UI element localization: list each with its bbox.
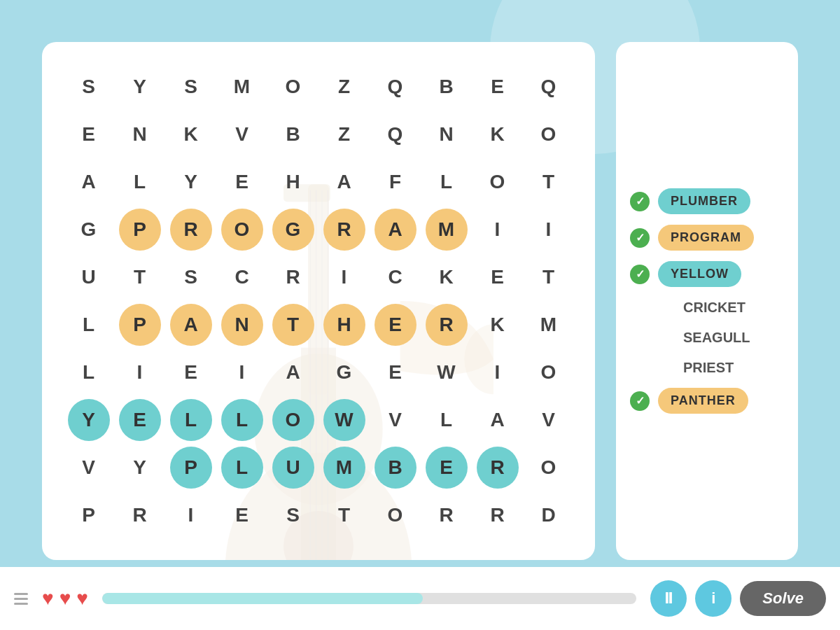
grid-cell-5-7[interactable]: R xyxy=(426,304,468,346)
grid-cell-6-8[interactable]: I xyxy=(477,351,519,393)
grid-cell-2-1[interactable]: L xyxy=(119,161,161,203)
grid-cell-4-7[interactable]: K xyxy=(426,256,468,298)
grid-cell-1-6[interactable]: Q xyxy=(374,113,416,155)
grid-cell-6-2[interactable]: E xyxy=(170,351,212,393)
grid-cell-4-0[interactable]: U xyxy=(68,256,110,298)
grid-cell-9-5[interactable]: T xyxy=(323,494,365,536)
grid-cell-2-9[interactable]: T xyxy=(528,161,570,203)
grid-cell-3-0[interactable]: G xyxy=(68,209,110,251)
grid-cell-8-5[interactable]: M xyxy=(323,447,365,489)
grid-cell-4-2[interactable]: S xyxy=(170,256,212,298)
grid-cell-0-5[interactable]: Z xyxy=(323,66,365,108)
grid-cell-7-1[interactable]: E xyxy=(119,399,161,441)
grid-cell-2-3[interactable]: E xyxy=(221,161,263,203)
pause-button[interactable]: ⏸ xyxy=(650,580,687,617)
grid-cell-4-9[interactable]: T xyxy=(528,256,570,298)
grid-cell-6-4[interactable]: A xyxy=(272,351,314,393)
grid-cell-7-0[interactable]: Y xyxy=(68,399,110,441)
grid-cell-1-3[interactable]: V xyxy=(221,113,263,155)
grid-cell-9-3[interactable]: E xyxy=(221,494,263,536)
grid-cell-9-7[interactable]: R xyxy=(426,494,468,536)
grid-cell-7-4[interactable]: O xyxy=(272,399,314,441)
grid-cell-5-5[interactable]: H xyxy=(323,304,365,346)
grid-cell-8-0[interactable]: V xyxy=(68,447,110,489)
grid-cell-2-6[interactable]: F xyxy=(374,161,416,203)
grid-cell-8-3[interactable]: L xyxy=(221,447,263,489)
word-badge-yellow[interactable]: YELLOW xyxy=(658,261,741,287)
grid-cell-6-7[interactable]: W xyxy=(426,351,468,393)
grid-cell-4-6[interactable]: C xyxy=(374,256,416,298)
grid-cell-9-6[interactable]: O xyxy=(374,494,416,536)
grid-cell-7-7[interactable]: L xyxy=(426,399,468,441)
grid-cell-1-4[interactable]: B xyxy=(272,113,314,155)
grid-cell-6-0[interactable]: L xyxy=(68,351,110,393)
grid-cell-3-2[interactable]: R xyxy=(170,209,212,251)
grid-cell-8-8[interactable]: R xyxy=(477,447,519,489)
grid-cell-2-8[interactable]: O xyxy=(477,161,519,203)
grid-cell-0-6[interactable]: Q xyxy=(374,66,416,108)
grid-cell-6-3[interactable]: I xyxy=(221,351,263,393)
grid-cell-8-9[interactable]: O xyxy=(528,447,570,489)
grid-cell-9-9[interactable]: D xyxy=(528,494,570,536)
grid-cell-8-7[interactable]: E xyxy=(426,447,468,489)
grid-cell-7-8[interactable]: A xyxy=(477,399,519,441)
grid-cell-6-1[interactable]: I xyxy=(119,351,161,393)
grid-cell-4-1[interactable]: T xyxy=(119,256,161,298)
info-button[interactable]: i xyxy=(695,580,732,617)
word-badge-plumber[interactable]: PLUMBER xyxy=(658,188,750,214)
grid-cell-3-9[interactable]: I xyxy=(528,209,570,251)
grid-cell-2-5[interactable]: A xyxy=(323,161,365,203)
grid-cell-5-4[interactable]: T xyxy=(272,304,314,346)
grid-cell-0-1[interactable]: Y xyxy=(119,66,161,108)
grid-cell-5-2[interactable]: A xyxy=(170,304,212,346)
grid-cell-1-7[interactable]: N xyxy=(426,113,468,155)
solve-button[interactable]: Solve xyxy=(740,581,826,616)
grid-cell-2-7[interactable]: L xyxy=(426,161,468,203)
grid-cell-4-8[interactable]: E xyxy=(477,256,519,298)
grid-cell-8-6[interactable]: B xyxy=(374,447,416,489)
grid-cell-7-2[interactable]: L xyxy=(170,399,212,441)
grid-cell-2-4[interactable]: H xyxy=(272,161,314,203)
grid-cell-0-3[interactable]: M xyxy=(221,66,263,108)
grid-cell-5-1[interactable]: P xyxy=(119,304,161,346)
grid-cell-5-3[interactable]: N xyxy=(221,304,263,346)
grid-cell-5-0[interactable]: L xyxy=(68,304,110,346)
word-badge-panther[interactable]: PANTHER xyxy=(658,388,748,414)
grid-cell-9-4[interactable]: S xyxy=(272,494,314,536)
grid-cell-1-5[interactable]: Z xyxy=(323,113,365,155)
word-badge-program[interactable]: PROGRAM xyxy=(658,225,754,251)
grid-cell-3-4[interactable]: G xyxy=(272,209,314,251)
grid-cell-6-9[interactable]: O xyxy=(528,351,570,393)
grid-cell-9-0[interactable]: P xyxy=(68,494,110,536)
grid-cell-8-4[interactable]: U xyxy=(272,447,314,489)
grid-cell-6-5[interactable]: G xyxy=(323,351,365,393)
grid-cell-3-3[interactable]: O xyxy=(221,209,263,251)
grid-cell-3-7[interactable]: M xyxy=(426,209,468,251)
grid-cell-4-3[interactable]: C xyxy=(221,256,263,298)
grid-cell-8-2[interactable]: P xyxy=(170,447,212,489)
grid-cell-3-1[interactable]: P xyxy=(119,209,161,251)
grid-cell-9-2[interactable]: I xyxy=(170,494,212,536)
grid-cell-4-4[interactable]: R xyxy=(272,256,314,298)
grid-cell-0-4[interactable]: O xyxy=(272,66,314,108)
grid-cell-3-6[interactable]: A xyxy=(374,209,416,251)
grid-cell-0-7[interactable]: B xyxy=(426,66,468,108)
grid-cell-1-0[interactable]: E xyxy=(68,113,110,155)
grid-cell-7-6[interactable]: V xyxy=(374,399,416,441)
grid-cell-0-9[interactable]: Q xyxy=(528,66,570,108)
grid-cell-2-2[interactable]: Y xyxy=(170,161,212,203)
grid-cell-9-8[interactable]: R xyxy=(477,494,519,536)
grid-cell-9-1[interactable]: R xyxy=(119,494,161,536)
grid-cell-7-3[interactable]: L xyxy=(221,399,263,441)
grid-cell-1-1[interactable]: N xyxy=(119,113,161,155)
grid-cell-1-8[interactable]: K xyxy=(477,113,519,155)
grid-cell-7-5[interactable]: W xyxy=(323,399,365,441)
grid-cell-4-5[interactable]: I xyxy=(323,256,365,298)
grid-cell-8-1[interactable]: Y xyxy=(119,447,161,489)
grid-cell-3-5[interactable]: R xyxy=(323,209,365,251)
grid-cell-0-2[interactable]: S xyxy=(170,66,212,108)
grid-cell-5-9[interactable]: M xyxy=(528,304,570,346)
grid-cell-5-6[interactable]: E xyxy=(374,304,416,346)
grid-cell-0-0[interactable]: S xyxy=(68,66,110,108)
grid-cell-3-8[interactable]: I xyxy=(477,209,519,251)
